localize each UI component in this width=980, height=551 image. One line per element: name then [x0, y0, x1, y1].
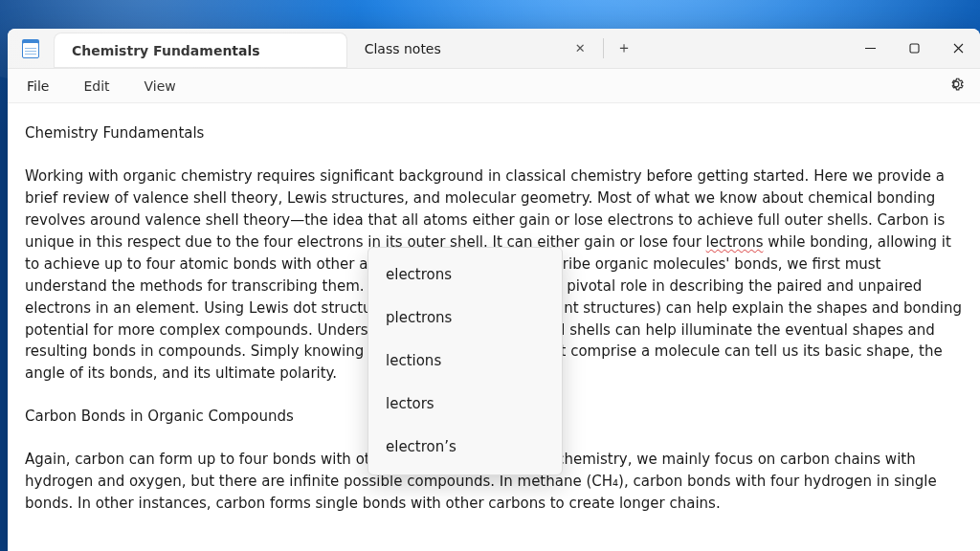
svg-rect-0: [910, 44, 919, 53]
close-window-button[interactable]: [936, 29, 980, 68]
suggestion-item[interactable]: plectrons: [368, 297, 562, 340]
menu-bar: File Edit View: [8, 69, 980, 103]
close-icon: [953, 43, 964, 54]
gear-icon: [947, 76, 965, 93]
menu-view[interactable]: View: [141, 75, 180, 98]
misspelled-word[interactable]: lectrons: [706, 233, 764, 251]
tab-chemistry-fundamentals[interactable]: Chemistry Fundamentals: [54, 33, 347, 68]
maximize-button[interactable]: [892, 29, 936, 68]
settings-button[interactable]: [947, 76, 965, 96]
title-bar: Chemistry Fundamentals Class notes ✕ ＋: [8, 29, 980, 69]
maximize-icon: [909, 43, 920, 54]
suggestion-item[interactable]: lectors: [368, 383, 562, 426]
tab-class-notes[interactable]: Class notes ✕: [347, 29, 599, 68]
close-tab-icon[interactable]: ✕: [571, 37, 590, 59]
menu-file[interactable]: File: [23, 75, 53, 98]
tab-divider: [603, 38, 604, 58]
suggestion-item[interactable]: electrons: [368, 253, 562, 297]
tab-label: Class notes: [365, 41, 441, 56]
suggestion-item[interactable]: electron’s: [368, 426, 562, 469]
new-tab-button[interactable]: ＋: [608, 29, 640, 68]
menu-edit[interactable]: Edit: [79, 75, 113, 98]
app-icon: [8, 29, 54, 68]
text-editor[interactable]: Chemistry Fundamentals Working with orga…: [8, 103, 980, 551]
tab-label: Chemistry Fundamentals: [72, 43, 260, 58]
titlebar-drag-area[interactable]: [640, 29, 848, 68]
notepad-window: Chemistry Fundamentals Class notes ✕ ＋ F…: [8, 29, 980, 551]
spellcheck-suggestions-popup: electrons plectrons lections lectors ele…: [368, 247, 563, 475]
minimize-icon: [865, 43, 876, 54]
suggestion-item[interactable]: lections: [368, 340, 562, 383]
doc-heading: Chemistry Fundamentals: [25, 122, 963, 144]
minimize-button[interactable]: [848, 29, 892, 68]
